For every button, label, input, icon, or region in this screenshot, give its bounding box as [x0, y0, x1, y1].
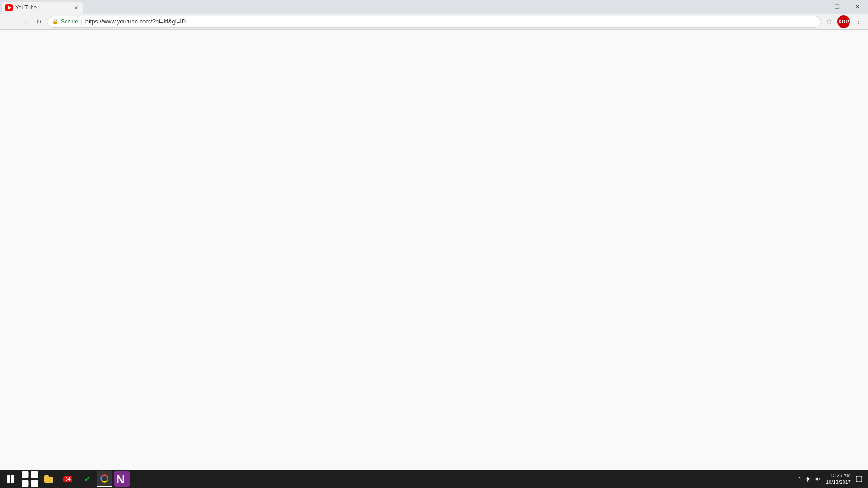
secure-icon: 🔒 [52, 19, 58, 24]
address-bar: ← → ↻ 🔒 Secure | https://www.youtube.com… [0, 14, 868, 30]
restore-button[interactable]: ❐ [826, 0, 847, 14]
taskbar: 64 ✔ N ^ [0, 470, 868, 488]
svg-rect-1 [31, 471, 38, 478]
url-separator: | [81, 18, 83, 25]
url-box[interactable]: 🔒 Secure | https://www.youtube.com/?hl=i… [47, 16, 821, 28]
forward-button[interactable]: → [18, 15, 31, 28]
new-tab-button[interactable] [85, 1, 98, 14]
svg-rect-2 [22, 480, 29, 487]
bookmark-button[interactable]: ☆ [823, 15, 835, 28]
secure-label: Secure [61, 19, 78, 25]
active-tab[interactable]: YouTube ✕ [2, 2, 83, 14]
network-icon[interactable] [804, 475, 811, 483]
file-explorer-button[interactable] [40, 470, 58, 488]
tray-expand-button[interactable]: ^ [797, 477, 802, 482]
tab-favicon [5, 4, 13, 11]
svg-rect-0 [22, 471, 29, 478]
volume-icon[interactable] [814, 475, 821, 483]
clock[interactable]: 10:26 AM 10/13/2017 [824, 472, 853, 486]
account-button[interactable]: KDP [837, 15, 850, 28]
app-64-button[interactable]: 64 [59, 470, 77, 488]
clock-time: 10:26 AM [830, 472, 851, 479]
svg-rect-3 [31, 480, 38, 487]
app-64-icon: 64 [63, 476, 72, 482]
notification-button[interactable] [855, 475, 863, 483]
window-controls: ─ ❐ ✕ [806, 0, 868, 14]
check-task-button[interactable]: ✔ [78, 470, 96, 488]
start-button[interactable] [2, 470, 20, 488]
task-view-icon [21, 470, 39, 488]
close-button[interactable]: ✕ [847, 0, 868, 14]
svg-text:N: N [117, 473, 125, 486]
windows-logo-icon [7, 475, 14, 483]
check-task-icon: ✔ [84, 475, 90, 483]
menu-button[interactable]: ⋮ [852, 15, 864, 28]
svg-point-6 [807, 480, 809, 482]
svg-rect-7 [856, 476, 862, 482]
onenote-icon: N [113, 470, 131, 488]
title-bar: YouTube ✕ ─ ❐ ✕ [0, 0, 868, 14]
system-tray: ^ 10:26 AM 10/13/2017 [794, 470, 866, 488]
tabs-area: YouTube ✕ [0, 0, 806, 14]
back-button[interactable]: ← [4, 15, 16, 28]
page-content [0, 30, 868, 470]
minimize-button[interactable]: ─ [806, 0, 826, 14]
url-text[interactable]: https://www.youtube.com/?hl=id&gl=ID [85, 18, 816, 25]
chrome-icon [100, 474, 108, 483]
tab-close-button[interactable]: ✕ [72, 4, 80, 11]
task-view-button[interactable] [21, 470, 39, 488]
chrome-taskbar-button[interactable] [97, 471, 112, 487]
onenote-button[interactable]: N [113, 470, 131, 488]
clock-date: 10/13/2017 [826, 479, 851, 486]
reload-button[interactable]: ↻ [33, 15, 45, 28]
tab-title: YouTube [15, 5, 70, 11]
folder-icon [44, 475, 53, 483]
